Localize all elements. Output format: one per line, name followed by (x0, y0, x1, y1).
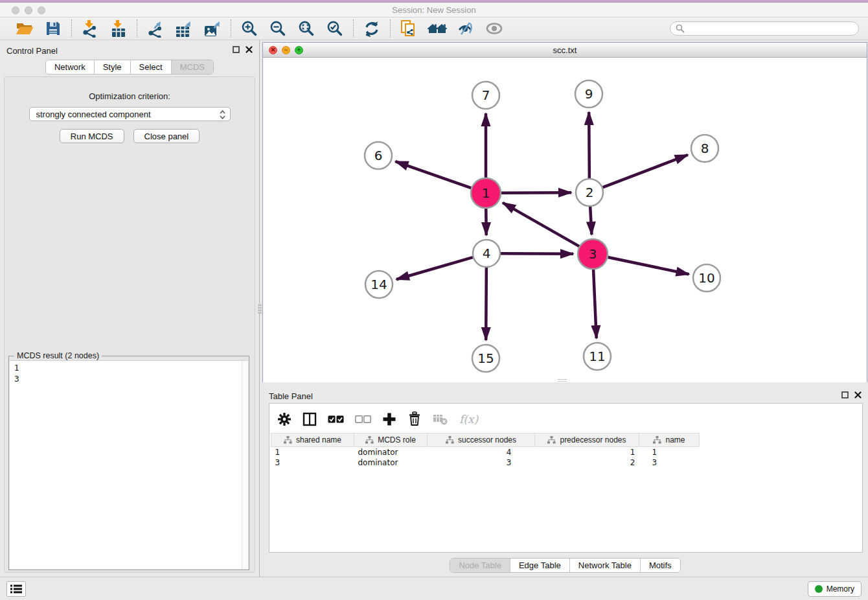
split-columns-button[interactable] (303, 412, 317, 426)
run-mcds-button[interactable]: Run MCDS (60, 129, 124, 143)
table-cell[interactable]: 3 (639, 457, 700, 468)
graph-node-14[interactable]: 14 (365, 271, 393, 298)
graph-edge-1-2[interactable] (501, 192, 571, 193)
graph-node-1[interactable]: 1 (471, 178, 501, 208)
close-panel-icon[interactable] (246, 46, 253, 53)
column-header-predecessor-nodes[interactable]: predecessor nodes (535, 433, 639, 447)
table-cell[interactable]: 2 (535, 457, 639, 468)
table-settings-button[interactable] (277, 412, 291, 426)
duplicate-network-button[interactable] (399, 19, 418, 38)
panel-splitter-handle[interactable] (258, 303, 262, 314)
show-hidden-button[interactable] (485, 19, 504, 38)
destroy-table-button[interactable] (433, 413, 448, 426)
function-builder-button[interactable]: f(x) (459, 413, 478, 426)
graph-edge-2-8[interactable] (603, 155, 688, 187)
zoom-fit-button[interactable] (297, 19, 316, 38)
optimization-criterion-value: strongly connected component (36, 110, 151, 119)
table-row[interactable]: 3dominator323 (271, 457, 700, 468)
tab-mcds[interactable]: MCDS (172, 60, 213, 74)
tab-motifs[interactable]: Motifs (641, 559, 680, 572)
float-panel-icon[interactable] (841, 391, 849, 398)
refresh-layout-button[interactable] (362, 19, 382, 38)
graph-node-label: 6 (374, 148, 383, 163)
tab-style[interactable]: Style (95, 60, 131, 74)
zoom-in-button[interactable] (240, 19, 259, 38)
memory-status-icon (815, 585, 823, 593)
close-panel-button[interactable]: Close panel (133, 129, 200, 143)
table-cell[interactable]: 1 (639, 447, 700, 457)
graph-node-15[interactable]: 15 (472, 345, 499, 372)
graph-node-10[interactable]: 10 (693, 264, 720, 292)
graph-node-7[interactable]: 7 (472, 82, 499, 109)
graph-node-6[interactable]: 6 (365, 142, 392, 169)
search-text-field[interactable] (688, 24, 853, 33)
table-cell[interactable]: 1 (535, 447, 639, 457)
column-header-MCDS-role[interactable]: MCDS role (354, 433, 428, 447)
table-cell[interactable]: 3 (428, 457, 535, 468)
graph-edge-3-10[interactable] (608, 257, 689, 274)
mcds-result-textarea[interactable]: 1 3 (10, 360, 248, 569)
table-cell[interactable]: 1 (271, 447, 354, 457)
graph-node-8[interactable]: 8 (691, 135, 718, 162)
select-stepper-icon (219, 109, 226, 121)
search-input[interactable] (670, 21, 859, 36)
graph-node-9[interactable]: 9 (575, 80, 602, 108)
graph-node-label: 4 (483, 246, 491, 261)
column-header-successor-nodes[interactable]: successor nodes (428, 433, 535, 447)
graph-edge-3-1[interactable] (503, 203, 579, 246)
graph-node-2[interactable]: 2 (576, 179, 603, 206)
tab-network[interactable]: Network (46, 60, 95, 74)
import-table-button[interactable] (109, 19, 128, 38)
graph-node-4[interactable]: 4 (473, 240, 500, 267)
deselect-all-checkboxes-button[interactable] (355, 415, 371, 424)
tab-node-table[interactable]: Node Table (450, 559, 510, 572)
graph-edge-2-3[interactable] (590, 207, 591, 235)
show-task-history-button[interactable] (6, 581, 26, 597)
export-table-button[interactable] (174, 19, 194, 38)
graph-node-3[interactable]: 3 (578, 239, 608, 269)
export-network-button[interactable] (146, 19, 165, 38)
network-graph[interactable]: 1234678910111415 (263, 58, 867, 382)
graph-edge-4-14[interactable] (396, 257, 473, 279)
graph-node-11[interactable]: 11 (584, 343, 611, 370)
node-table[interactable]: shared nameMCDS rolesuccessor nodesprede… (271, 433, 700, 468)
table-cell[interactable]: 3 (271, 457, 354, 468)
zoom-selected-button[interactable] (325, 19, 345, 38)
table-cell[interactable]: dominator (354, 447, 428, 457)
column-header-shared-name[interactable]: shared name (271, 433, 354, 447)
graph-edge-4-15[interactable] (486, 268, 486, 340)
select-all-checkboxes-button[interactable] (328, 415, 344, 424)
close-panel-icon[interactable] (854, 391, 862, 398)
canvas-resize-grip[interactable] (558, 379, 567, 382)
eye-icon (485, 21, 503, 36)
optimization-criterion-select[interactable]: strongly connected component (29, 107, 231, 121)
zoom-out-button[interactable] (268, 19, 288, 38)
graph-edge-4-3[interactable] (501, 253, 573, 254)
table-cell[interactable]: 4 (428, 447, 535, 457)
save-session-button[interactable] (43, 19, 63, 38)
graph-node-label: 2 (586, 185, 594, 200)
delete-column-button[interactable] (407, 411, 422, 426)
graph-edge-1-6[interactable] (395, 161, 471, 188)
network-window-titlebar[interactable]: ✕ − + scc.txt (263, 43, 867, 58)
hide-selected-button[interactable] (456, 19, 475, 38)
result-scrollbar[interactable] (242, 361, 248, 569)
graph-edge-2-9[interactable] (589, 112, 589, 178)
float-panel-icon[interactable] (233, 46, 240, 53)
tab-network-table[interactable]: Network Table (570, 559, 641, 572)
graph-edge-3-11[interactable] (593, 270, 597, 338)
open-session-button[interactable] (15, 19, 34, 38)
import-network-button[interactable] (80, 19, 100, 38)
memory-button[interactable]: Memory (808, 581, 862, 597)
zoom-fit-icon (298, 20, 315, 37)
export-image-button[interactable] (203, 19, 222, 38)
table-row[interactable]: 1dominator411 (271, 447, 700, 457)
network-canvas[interactable]: 1234678910111415 (263, 58, 867, 382)
add-column-button[interactable] (382, 412, 396, 426)
column-header-name[interactable]: name (639, 433, 700, 447)
table-cell[interactable]: dominator (354, 457, 428, 468)
show-all-networks-button[interactable] (428, 19, 447, 38)
mcds-panel: Optimization criterion: strongly connect… (4, 76, 255, 573)
tab-select[interactable]: Select (131, 60, 172, 74)
tab-edge-table[interactable]: Edge Table (510, 559, 570, 572)
